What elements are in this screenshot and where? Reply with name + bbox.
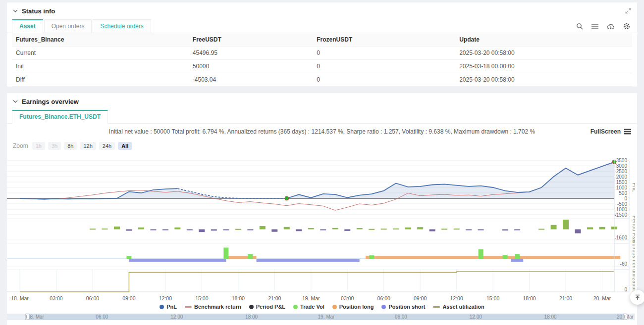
x-axis-label: 03:00 [341, 295, 354, 301]
asset-utilization-line [20, 272, 614, 292]
status-info-section: Status info AssetOpen ordersSchedule ord… [7, 2, 637, 87]
legend-item-asset-utilization[interactable]: Asset utilization [433, 304, 484, 310]
menu-bars-icon [624, 129, 631, 135]
column-header-frozenusdt: FrozenUSDT [313, 33, 455, 46]
legend-label: Benchmark return [194, 304, 241, 310]
legend-item-benchmark-return[interactable]: Benchmark return [185, 304, 241, 310]
earnings-chart-area: 3500300025002000150010005000-500-1000-15… [7, 158, 637, 321]
period-pnl-bar [478, 230, 484, 231]
navigator-handle-right[interactable] [623, 314, 627, 320]
period-pnl-bar [587, 227, 593, 229]
period-pnl-bar [150, 230, 156, 231]
settings-icon[interactable] [623, 23, 630, 30]
fullscreen-button[interactable]: FullScreen [590, 124, 631, 139]
cloud-download-icon[interactable] [607, 23, 615, 30]
fullscreen-label: FullScreen [590, 124, 621, 139]
chart-legend: PnLBenchmark returnPeriod P&LTrade VolPo… [7, 304, 637, 310]
vol-tick-label: -60 [620, 261, 628, 267]
benchmark-return-line [20, 162, 614, 210]
legend-item-position-short[interactable]: Position short [381, 304, 425, 310]
period-p-l-marker-icon [249, 305, 254, 309]
table-row-current: Current45496.9502025-03-20 00:58:00 [12, 46, 632, 60]
tab-asset[interactable]: Asset [12, 19, 43, 33]
back-to-top-button[interactable] [630, 290, 644, 305]
trade-vol-bar [479, 249, 483, 259]
tab-futures-binance-eth-usdt[interactable]: Futures_Binance.ETH_USDT [12, 110, 108, 124]
zoom-button-24h[interactable]: 24h [99, 142, 115, 150]
period-pnl-bar [174, 228, 180, 230]
pnl-tick-label: 3000 [616, 163, 628, 169]
trade-vol-bar [503, 255, 508, 259]
navigator-label: 18. Mar [27, 314, 45, 320]
table-row-diff: Diff-4503.0402025-03-20 00:58:00 [12, 73, 632, 87]
menu-icon[interactable] [591, 23, 598, 29]
legend-label: Asset utilization [442, 304, 484, 310]
earnings-title: Earnings overview [22, 98, 79, 105]
legend-item-period-p-l[interactable]: Period P&L [249, 304, 285, 310]
tab-open-orders[interactable]: Open orders [44, 19, 92, 33]
pane-title-period-p-l: Period P&L [632, 216, 635, 243]
chevron-down-icon[interactable] [13, 9, 18, 13]
period-pnl-bar [502, 230, 508, 231]
cell: 45496.95 [189, 46, 313, 60]
tab-schedule-orders[interactable]: Schedule orders [93, 19, 151, 33]
pnl-tick-label: 2000 [616, 174, 628, 180]
period-pnl-bar [514, 230, 520, 231]
column-header-freeusdt: FreeUSDT [189, 33, 313, 46]
earnings-summary-row: Initial net value : 50000 Total profit: … [7, 124, 637, 139]
x-axis-label: 18:00 [232, 295, 245, 301]
period-pnl-tick-label: -1600 [614, 235, 627, 240]
column-header-futures-binance: Futures_Binance [12, 33, 189, 46]
period-pnl-bar [211, 230, 217, 231]
zoom-button-1h: 1h [32, 142, 45, 150]
cell: 0 [313, 46, 455, 60]
trade-vol-marker-icon [293, 305, 298, 309]
search-icon[interactable] [576, 23, 583, 30]
asset-utilization-marker-icon [433, 306, 440, 308]
pnl-marker-icon [160, 305, 164, 309]
cell[interactable]: Current [12, 46, 189, 60]
period-pnl-bar [284, 227, 290, 230]
x-axis-label: 18:00 [523, 295, 536, 301]
pnl-tick-label: -500 [617, 201, 627, 207]
legend-item-position-long[interactable]: Position long [332, 304, 374, 310]
x-axis-label: 12:00 [159, 295, 172, 301]
asset-table: Futures_BinanceFreeUSDTFrozenUSDTUpdateC… [12, 33, 632, 87]
navigator-label: 06:00 [96, 314, 108, 320]
legend-item-pnl[interactable]: PnL [160, 304, 177, 310]
navigator-handle-left[interactable] [25, 314, 29, 320]
navigator-label: 18:00 [245, 314, 258, 320]
period-pnl-bar [357, 228, 363, 229]
earnings-tabs: Futures_Binance.ETH_USDT [7, 109, 637, 124]
zoom-button-8h[interactable]: 8h [64, 142, 77, 150]
cell: Init [12, 60, 189, 73]
period-pnl-bar [466, 230, 472, 231]
cell: 50000 [189, 60, 313, 73]
period-pnl-bar [199, 230, 205, 232]
trade-vol-bar [223, 247, 228, 259]
pnl-area [20, 162, 614, 199]
earnings-summary: Initial net value : 50000 Total profit: … [109, 128, 535, 135]
fullscreen-expand-icon[interactable] [625, 8, 631, 14]
navigator-label: 12:00 [470, 314, 482, 320]
status-tabs: AssetOpen ordersSchedule orders [7, 18, 637, 33]
trade-marker-dot [285, 196, 289, 200]
period-pnl-bar [271, 230, 277, 232]
x-axis-label: 21:00 [559, 295, 572, 301]
zoom-controls: Zoom 1h3h8h12h24hAll [7, 139, 637, 152]
cell: Diff [12, 73, 189, 87]
table-toolbar [576, 23, 632, 33]
trade-vol-bar [515, 254, 520, 259]
period-pnl-bar [599, 227, 605, 230]
x-axis-label: 09:00 [122, 295, 135, 301]
back-to-top-icon [634, 294, 641, 301]
zoom-button-12h[interactable]: 12h [80, 142, 96, 150]
legend-label: Position short [388, 304, 425, 310]
trade-vol-bar [369, 255, 374, 259]
legend-item-trade-vol[interactable]: Trade Vol [293, 304, 324, 310]
period-pnl-bar [260, 226, 266, 229]
chevron-down-icon[interactable] [13, 99, 18, 103]
pnl-tick-label: 2500 [616, 169, 628, 174]
zoom-button-all[interactable]: All [118, 142, 132, 150]
x-axis-label: 20. Mar [593, 295, 611, 301]
